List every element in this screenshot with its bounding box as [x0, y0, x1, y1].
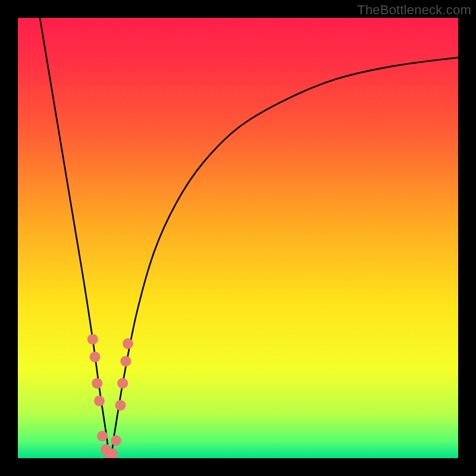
data-dot	[111, 435, 121, 446]
data-dot	[115, 400, 126, 411]
data-dot	[90, 352, 101, 362]
chart-svg	[18, 18, 458, 458]
watermark-text: TheBottleneck.com	[357, 2, 471, 18]
gradient-background	[18, 18, 458, 458]
data-dot	[123, 339, 133, 349]
data-dot	[97, 431, 108, 441]
data-dot	[117, 378, 128, 389]
plot-area	[18, 18, 458, 458]
chart-frame: TheBottleneck.com	[0, 0, 476, 476]
data-dot	[92, 378, 102, 389]
data-dot	[94, 396, 105, 406]
data-dot	[120, 356, 131, 367]
data-dot	[87, 334, 98, 345]
